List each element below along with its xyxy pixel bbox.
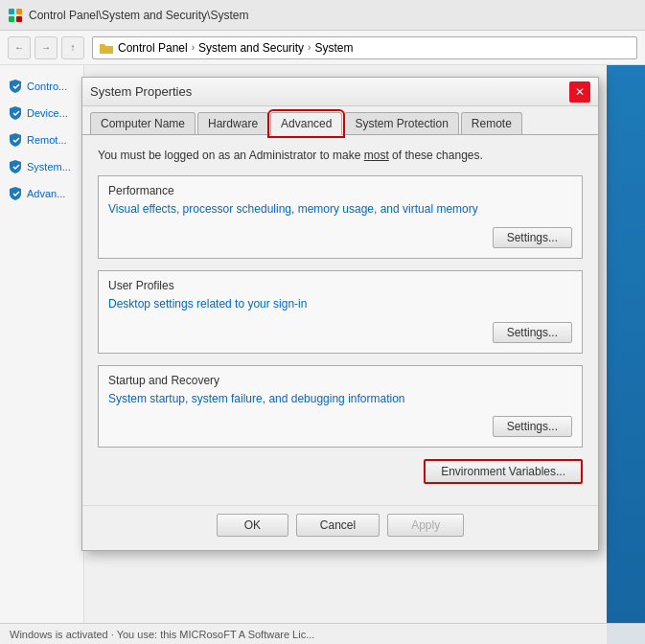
breadcrumb-sep2: › bbox=[308, 42, 311, 53]
forward-button[interactable]: → bbox=[35, 36, 58, 59]
sidebar-label-1: Contro... bbox=[27, 80, 67, 92]
startup-recovery-desc: System startup, system failure, and debu… bbox=[108, 391, 572, 407]
system-properties-dialog: System Properties ✕ Computer Name Hardwa… bbox=[81, 77, 599, 551]
breadcrumb-security: System and Security bbox=[198, 41, 304, 55]
performance-settings-button[interactable]: Settings... bbox=[493, 227, 572, 248]
sidebar-label-2: Device... bbox=[27, 107, 68, 119]
user-profiles-settings-button[interactable]: Settings... bbox=[493, 322, 572, 343]
environment-variables-button[interactable]: Environment Variables... bbox=[424, 459, 583, 484]
performance-section: Performance Visual effects, processor sc… bbox=[98, 175, 583, 259]
sidebar-label-3: Remot... bbox=[27, 134, 67, 146]
shield-icon-1 bbox=[8, 79, 23, 94]
tab-advanced[interactable]: Advanced bbox=[270, 112, 342, 135]
startup-recovery-btn-row: Settings... bbox=[108, 416, 572, 437]
cp-toolbar: ← → ↑ Control Panel › System and Securit… bbox=[0, 31, 645, 65]
sidebar-item-sysprot[interactable]: System... bbox=[0, 153, 83, 180]
up-button[interactable]: ↑ bbox=[61, 36, 84, 59]
user-profiles-section: User Profiles Desktop settings related t… bbox=[98, 270, 583, 354]
user-profiles-title: User Profiles bbox=[108, 279, 572, 292]
sidebar-label-4: System... bbox=[27, 161, 71, 172]
apply-button[interactable]: Apply bbox=[387, 514, 464, 537]
svg-rect-3 bbox=[16, 16, 22, 22]
shield-icon-2 bbox=[8, 105, 23, 121]
performance-btn-row: Settings... bbox=[108, 227, 572, 248]
tab-computer-name[interactable]: Computer Name bbox=[90, 112, 196, 134]
startup-recovery-settings-button[interactable]: Settings... bbox=[493, 416, 572, 437]
tab-system-protection[interactable]: System Protection bbox=[344, 112, 458, 134]
back-button[interactable]: ← bbox=[8, 36, 31, 59]
breadcrumb-sep1: › bbox=[192, 42, 195, 53]
folder-icon bbox=[99, 40, 114, 56]
env-var-row: Environment Variables... bbox=[98, 459, 583, 484]
cp-titlebar: Control Panel\System and Security\System bbox=[0, 0, 645, 31]
dialog-close-button[interactable]: ✕ bbox=[569, 81, 590, 103]
startup-recovery-title: Startup and Recovery bbox=[108, 374, 572, 387]
svg-rect-2 bbox=[9, 16, 14, 22]
performance-title: Performance bbox=[108, 184, 572, 197]
tab-hardware[interactable]: Hardware bbox=[197, 112, 268, 134]
activation-bar: Windows is activated · You use: this MIC… bbox=[0, 623, 645, 644]
shield-icon-3 bbox=[8, 132, 23, 148]
activation-text: Windows is activated · You use: this MIC… bbox=[10, 629, 314, 640]
cancel-button[interactable]: Cancel bbox=[296, 514, 380, 537]
admin-notice: You must be logged on as an Administrato… bbox=[98, 147, 583, 164]
performance-desc: Visual effects, processor scheduling, me… bbox=[108, 201, 572, 218]
cp-titlebar-icon bbox=[8, 8, 23, 23]
shield-icon-4 bbox=[8, 159, 23, 174]
dialog-footer: OK Cancel Apply bbox=[82, 505, 598, 550]
dialog-body: You must be logged on as an Administrato… bbox=[82, 135, 598, 505]
svg-rect-0 bbox=[9, 9, 14, 14]
startup-recovery-section: Startup and Recovery System startup, sys… bbox=[98, 365, 583, 448]
tab-bar: Computer Name Hardware Advanced System P… bbox=[82, 106, 598, 135]
dialog-title: System Properties bbox=[90, 84, 192, 99]
sidebar-item-controlpanel[interactable]: Contro... bbox=[0, 73, 83, 100]
tab-remote[interactable]: Remote bbox=[461, 112, 522, 134]
breadcrumb-system: System bbox=[314, 41, 353, 55]
ok-button[interactable]: OK bbox=[217, 514, 288, 537]
cp-sidebar: Contro... Device... Remot... System... bbox=[0, 65, 84, 644]
sidebar-item-device[interactable]: Device... bbox=[0, 100, 83, 126]
sidebar-label-5: Advan... bbox=[27, 188, 65, 199]
user-profiles-desc: Desktop settings related to your sign-in bbox=[108, 296, 572, 312]
sidebar-item-remote[interactable]: Remot... bbox=[0, 126, 83, 153]
svg-rect-1 bbox=[16, 9, 22, 14]
shield-icon-5 bbox=[8, 186, 23, 201]
cp-window-title: Control Panel\System and Security\System bbox=[29, 9, 248, 22]
dialog-titlebar: System Properties ✕ bbox=[82, 78, 598, 106]
blue-accent-bar bbox=[607, 65, 645, 644]
sidebar-item-advanced[interactable]: Advan... bbox=[0, 180, 83, 207]
address-bar: Control Panel › System and Security › Sy… bbox=[92, 36, 637, 59]
user-profiles-btn-row: Settings... bbox=[108, 322, 572, 343]
admin-notice-highlight: most bbox=[364, 149, 389, 162]
breadcrumb-cp: Control Panel bbox=[118, 41, 188, 55]
